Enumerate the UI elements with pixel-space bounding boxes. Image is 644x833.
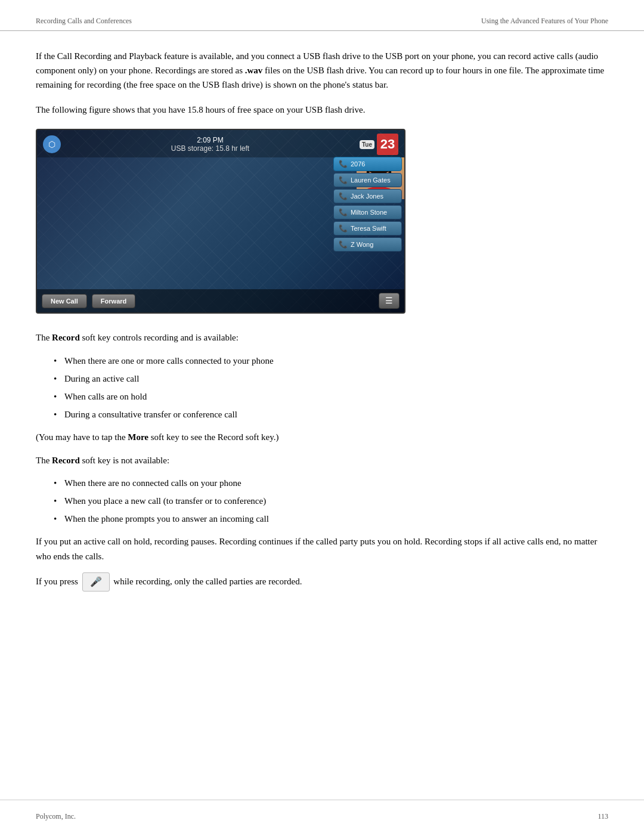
header-left: Recording Calls and Conferences — [36, 17, 132, 26]
contact-label-wong: Z Wong — [351, 241, 373, 248]
hold-note: If you put an active call on hold, recor… — [36, 534, 608, 564]
menu-icon-button[interactable]: ☰ — [379, 293, 400, 309]
bullets-not-available: When there are no connected calls on you… — [54, 476, 608, 526]
day-abbr: Tue — [360, 140, 374, 149]
contact-btn-lauren[interactable]: 📞 Lauren Gates — [333, 173, 402, 187]
record-available-intro: The Record soft key controls recording a… — [36, 330, 608, 345]
contact-label-2076: 2076 — [351, 160, 365, 168]
status-bar-left: ⬡ — [43, 135, 61, 153]
page-footer: Polycom, Inc. 113 — [0, 800, 644, 833]
day-number: 23 — [377, 134, 398, 155]
bullet-available-4: During a consultative transfer or confer… — [54, 407, 608, 422]
right-buttons: 📞 2076 📞 Lauren Gates 📞 Jack Jones 📞 Mil… — [333, 157, 402, 252]
mute-button-inline: 🎤 — [82, 572, 110, 592]
usb-icon: ⬡ — [43, 135, 61, 153]
page-header: Recording Calls and Conferences Using th… — [0, 0, 644, 31]
phone-icon-jack: 📞 — [339, 192, 348, 200]
footer-left: Polycom, Inc. — [36, 812, 76, 821]
phone-screenshot: ⬡ 2:09 PM USB storage: 15.8 hr left Tue … — [36, 129, 405, 314]
usb-storage-text: USB storage: 15.8 hr left — [61, 144, 360, 153]
phone-icon-2076: 📞 — [339, 160, 348, 168]
contact-btn-teresa[interactable]: 📞 Teresa Swift — [333, 221, 402, 236]
footer-right: 113 — [597, 812, 608, 821]
status-bar: ⬡ 2:09 PM USB storage: 15.8 hr left Tue … — [37, 130, 404, 157]
more-note: (You may have to tap the More soft key t… — [36, 430, 608, 445]
record-not-available-intro: The Record soft key is not available: — [36, 453, 608, 468]
phone-icon-wong: 📞 — [339, 240, 348, 249]
bullet-available-2: During an active call — [54, 371, 608, 386]
bullet-not-3: When the phone prompts you to answer an … — [54, 512, 608, 526]
new-call-softkey[interactable]: New Call — [42, 294, 87, 308]
intro-paragraph-1: If the Call Recording and Playback featu… — [36, 49, 608, 92]
phone-icon-lauren: 📞 — [339, 176, 348, 184]
contact-label-milton: Milton Stone — [351, 209, 387, 216]
status-bar-center: 2:09 PM USB storage: 15.8 hr left — [61, 136, 360, 153]
record-bold-2: Record — [52, 456, 80, 465]
bullet-available-3: When calls are on hold — [54, 389, 608, 404]
status-bar-right: Tue 23 — [360, 134, 398, 155]
bullets-available: When there are one or more calls connect… — [54, 354, 608, 422]
more-bold: More — [128, 432, 148, 442]
record-bold-1: Record — [52, 333, 80, 342]
bullet-not-2: When you place a new call (to transfer o… — [54, 494, 608, 508]
contact-btn-wong[interactable]: 📞 Z Wong — [333, 237, 402, 252]
main-content: If the Call Recording and Playback featu… — [0, 31, 644, 624]
contact-btn-jack[interactable]: 📞 Jack Jones — [333, 189, 402, 203]
contact-btn-2076[interactable]: 📞 2076 — [333, 157, 402, 171]
mute-icon: 🎤 — [90, 574, 102, 590]
bullet-not-1: When there are no connected calls on you… — [54, 476, 608, 490]
header-right: Using the Advanced Features of Your Phon… — [481, 17, 608, 26]
contact-btn-milton[interactable]: 📞 Milton Stone — [333, 205, 402, 219]
contact-label-jack: Jack Jones — [351, 193, 383, 200]
contact-label-teresa: Teresa Swift — [351, 225, 386, 232]
mute-note: If you press 🎤 while recording, only the… — [36, 572, 608, 592]
phone-icon-teresa: 📞 — [339, 224, 348, 233]
time-display: 2:09 PM — [61, 136, 360, 144]
intro-paragraph-2: The following figure shows that you have… — [36, 103, 608, 117]
contact-label-lauren: Lauren Gates — [351, 176, 391, 184]
bullet-available-1: When there are one or more calls connect… — [54, 354, 608, 368]
phone-icon-milton: 📞 — [339, 208, 348, 216]
forward-softkey[interactable]: Forward — [92, 294, 135, 308]
soft-keys-bar: New Call Forward ☰ — [37, 289, 404, 312]
